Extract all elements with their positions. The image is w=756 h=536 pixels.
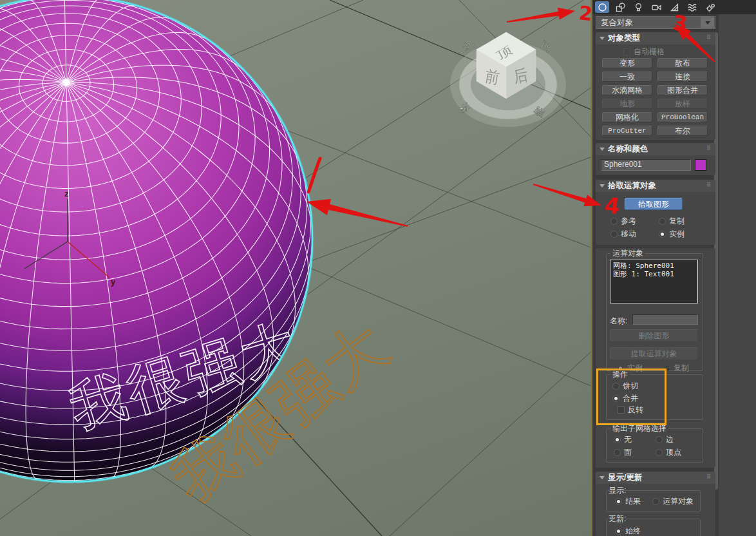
invert-checkbox[interactable]: 反转 [618,405,643,414]
grip-dots-icon: ⠿ [706,145,712,151]
radio-icon [652,498,659,505]
panel-empty-area [719,14,756,536]
rollout-title: 对象类型 [608,33,640,44]
chevron-down-icon [600,184,605,190]
update-group: 始终 [606,519,701,536]
shapes-icon[interactable] [613,1,627,13]
merge-radio[interactable]: 合并 [612,394,638,403]
category-dropdown-value: 复合对象 [601,17,633,28]
name-label: 名称: [610,316,627,327]
rollout-object-type: 对象类型 ⠿ 自动栅格 变形 散布 一致 连接 水滴网格 图形合并 地形 放样 … [596,32,715,140]
geometry-tab-sphere-icon[interactable] [595,1,609,13]
move-radio[interactable]: 移动 [610,229,636,238]
radio-selected-icon [615,528,622,535]
rollout-display-update-header[interactable]: 显示/更新 ⠿ [596,472,715,484]
rollout-name-color: 名称和颜色 ⠿ Sphere001 [596,143,715,175]
connect-button[interactable]: 连接 [657,72,708,82]
helpers-icon[interactable] [667,1,681,13]
reference-radio[interactable]: 参考 [610,216,636,225]
axis-z-label: z [64,189,69,198]
copy-radio[interactable]: 复制 [659,216,685,225]
rollout-name-color-header[interactable]: 名称和颜色 ⠿ [596,143,715,155]
object-name-field[interactable]: Sphere001 [601,159,691,171]
rollout-title: 显示/更新 [608,472,642,483]
autogrid-checkbox[interactable]: 自动栅格 [623,47,665,56]
terrain-button: 地形 [602,99,652,109]
rollout-title: 拾取运算对象 [608,180,656,191]
rollout-title: 名称和颜色 [608,144,648,155]
grip-dots-icon: ⠿ [706,182,712,188]
object-color-swatch[interactable] [695,159,706,171]
operands-group-label: 运算对象 [610,249,645,258]
delete-shape-button: 删除图形 [610,329,698,342]
instance-radio[interactable]: 实例 [659,229,685,238]
sphere-pole [63,79,70,86]
create-panel-tabs [592,0,756,14]
display-group: 结果 运算对象 [606,490,701,512]
chevron-down-icon[interactable] [701,17,714,28]
radio-icon [659,218,666,225]
checkbox-icon [618,407,625,414]
boolean-button[interactable]: 布尔 [657,126,708,136]
radio-selected-icon [612,395,619,402]
radio-selected-icon [659,231,666,238]
extract-copy-radio: 复制 [663,363,689,372]
list-item[interactable]: 图形 1: Text001 [613,270,695,278]
command-panel: 复合对象 对象类型 ⠿ 自动栅格 变形 散布 一致 连接 水滴网格 图形合并 [592,0,756,536]
viewcube[interactable]: 北 西 东 南 顶 前 后 [450,32,566,127]
output-submesh-label: 输出子网格选择 [610,424,668,433]
radio-selected-icon [615,498,622,505]
grip-dots-icon: ⠿ [706,474,712,480]
grip-dots-icon: ⠿ [706,34,712,41]
rollout-display-update: 显示/更新 ⠿ 显示: 结果 运算对象 更新: 始终 [596,472,715,536]
operands-list[interactable]: 网格: Sphere001 图形 1: Text001 [610,260,698,303]
axis-y-label: y [111,277,116,287]
pick-shape-button[interactable]: 拾取图形 [625,198,683,210]
space-warps-icon[interactable] [685,1,699,13]
perspective-viewport[interactable]: 我很强大 我很强大 z y [0,0,592,536]
display-result-radio[interactable]: 结果 [615,497,641,506]
morph-button[interactable]: 变形 [602,58,652,68]
chevron-down-icon [600,148,605,153]
procutter-button[interactable]: ProCutter [602,126,652,136]
chevron-down-icon [600,37,605,43]
conform-button[interactable]: 一致 [602,72,652,82]
radio-selected-icon [614,436,621,443]
shapemerge-button[interactable]: 图形合并 [657,85,708,95]
submesh-vertex-radio[interactable]: 顶点 [656,448,681,457]
scatter-button[interactable]: 散布 [657,58,708,68]
display-operands-radio[interactable]: 运算对象 [652,497,694,506]
rollout-parameters: 运算对象 网格: Sphere001 图形 1: Text001 名称: 删除图… [596,248,715,468]
operands-group: 运算对象 网格: Sphere001 图形 1: Text001 名称: 删除图… [606,253,703,371]
mesher-button[interactable]: 网格化 [602,112,652,122]
lights-icon[interactable] [631,1,645,13]
chevron-down-icon [600,476,605,482]
proboolean-button[interactable]: ProBoolean [657,112,708,122]
radio-icon [614,449,621,456]
operand-name-field[interactable] [632,314,698,325]
compass-north-label: 北 [461,38,476,52]
cookie-cutter-radio[interactable]: 饼切 [612,381,638,390]
radio-icon [656,436,663,443]
submesh-none-radio[interactable]: 无 [614,435,632,444]
cameras-icon[interactable] [649,1,663,13]
systems-icon[interactable] [703,1,717,13]
submesh-edge-radio[interactable]: 边 [656,435,674,444]
category-dropdown[interactable]: 复合对象 [596,16,715,29]
3dsmax-window: 我很强大 我很强大 z y [0,0,756,536]
rollout-pick-operand-header[interactable]: 拾取运算对象 ⠿ [596,180,715,192]
operation-group: 操作 饼切 合并 反转 [606,374,703,420]
rollout-object-type-header[interactable]: 对象类型 ⠿ [596,32,715,44]
list-item[interactable]: 网格: Sphere001 [613,262,695,270]
radio-icon [663,365,670,372]
loft-button: 放样 [657,99,708,109]
submesh-face-radio[interactable]: 面 [614,448,632,457]
radio-icon [610,218,618,225]
extract-operand-button: 提取运算对象 [610,347,698,360]
rollout-pick-operand: 拾取运算对象 ⠿ 拾取图形 参考 复制 移动 实例 [596,180,715,245]
update-always-radio[interactable]: 始终 [615,526,641,535]
radio-icon [610,231,618,238]
blobmesh-button[interactable]: 水滴网格 [602,85,652,95]
viewport-scene: 我很强大 我很强大 z y [0,0,592,536]
checkbox-icon [623,48,630,55]
